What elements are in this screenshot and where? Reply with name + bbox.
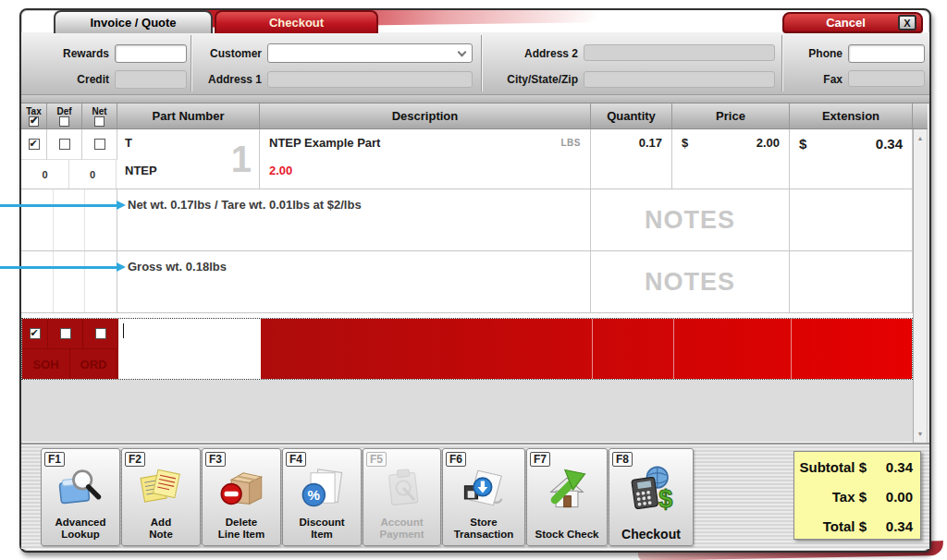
text-cursor (123, 323, 124, 338)
header-scroll-spacer (913, 103, 928, 128)
credit-input (115, 70, 187, 89)
line-net-checkbox[interactable] (94, 139, 105, 150)
fax-input (848, 70, 925, 87)
cancel-label: Cancel (784, 16, 898, 30)
note2-extension-cell (790, 251, 913, 312)
note1-flag-spacer (21, 189, 117, 250)
description-text: NTEP Example Part (269, 136, 581, 150)
stock-check-button[interactable]: F7 Stock Check (526, 448, 608, 546)
divider (481, 35, 482, 91)
discount-item-button[interactable]: F4 % DiscountItem (282, 448, 362, 546)
tax-header-checkbox[interactable] (29, 116, 39, 127)
button-label: AddNote (122, 517, 200, 541)
part-number-input[interactable] (118, 319, 261, 379)
advanced-lookup-button[interactable]: F1 AdvancedLookup (41, 448, 120, 546)
store-transaction-icon (460, 464, 508, 516)
line-item-grid: Tax Def Net Part Number Description Quan… (21, 103, 928, 442)
rewards-input[interactable] (115, 44, 187, 63)
svg-text:%: % (308, 487, 321, 503)
line-soh-value: 0 (21, 160, 69, 189)
delete-line-item-icon (217, 464, 265, 516)
notes-watermark: NOTES (645, 268, 735, 297)
button-label: DiscountItem (283, 517, 361, 541)
svg-text:$: $ (658, 485, 672, 513)
subtotal-label: Subtotal $ (794, 459, 867, 475)
add-note-button[interactable]: F2 (121, 448, 201, 546)
fax-label: Fax (794, 70, 842, 89)
note2-flag-spacer (21, 251, 117, 312)
unit-price-text: 2.00 (269, 164, 581, 177)
quantity-cell[interactable]: 0.17 (591, 129, 672, 189)
tax-label: Tax $ (794, 489, 867, 505)
tab-invoice-quote[interactable]: Invoice / Quote (54, 10, 213, 33)
delete-line-item-button[interactable]: F3 DeleteLine Item (202, 448, 281, 546)
phone-input[interactable] (848, 44, 925, 63)
subtotal-row: Subtotal $ 0.34 (794, 452, 920, 481)
store-transaction-button[interactable]: F6 StoreTransaction (442, 448, 525, 546)
note1-notes-area[interactable]: NOTES (591, 189, 790, 250)
tab-checkout[interactable]: Checkout (215, 10, 378, 33)
extension-currency: $ (799, 136, 806, 152)
address1-input (267, 71, 473, 88)
phone-label: Phone (794, 44, 842, 63)
table-row-note-1[interactable]: Net wt. 0.17lbs / Tare wt. 0.01lbs at $2… (21, 189, 928, 251)
new-line-entry-row[interactable]: SOH ORD (21, 318, 913, 380)
extension-cell: $ 0.34 (790, 129, 913, 189)
customer-label: Customer (199, 44, 262, 63)
column-header-tax[interactable]: Tax (21, 103, 47, 128)
total-row: Total $ 0.34 (794, 511, 920, 541)
unit-label: LBS (561, 138, 582, 148)
stock-check-icon (543, 464, 591, 516)
button-label: StoreTransaction (443, 517, 524, 541)
form-grid-divider (21, 95, 929, 103)
column-header-net[interactable]: Net (82, 103, 117, 128)
line-def-checkbox[interactable] (59, 139, 70, 150)
scroll-up-icon[interactable]: ▲ (914, 135, 927, 141)
subtotal-value: 0.34 (867, 459, 920, 475)
price-currency: $ (682, 136, 688, 150)
close-icon[interactable]: X (898, 15, 916, 30)
divider (781, 35, 782, 91)
price-cell[interactable]: $ 2.00 (672, 129, 790, 189)
vertical-scrollbar[interactable]: ▲ ▼ (913, 129, 928, 443)
customer-select[interactable] (267, 43, 473, 63)
customer-header-form: Rewards Credit Customer Address 1 Addres… (21, 32, 929, 95)
note2-notes-area[interactable]: NOTES (591, 251, 790, 312)
scroll-down-icon[interactable]: ▼ (914, 431, 927, 437)
account-payment-icon (378, 464, 426, 516)
entry-def-checkbox[interactable] (60, 328, 71, 339)
row-number-watermark: 1 (231, 139, 252, 180)
credit-label: Credit (31, 70, 109, 89)
checkout-icon: $ (625, 464, 677, 517)
def-header-checkbox[interactable] (59, 116, 69, 127)
column-header-def[interactable]: Def (47, 103, 82, 128)
account-payment-button: F5 AccountPayment (363, 448, 441, 546)
table-row-note-2[interactable]: Gross wt. 0.18lbs NOTES (21, 251, 928, 313)
column-header-part-number: Part Number (117, 103, 260, 128)
city-state-zip-input (584, 71, 775, 88)
tax-value: 0.00 (867, 489, 920, 505)
notes-watermark: NOTES (645, 206, 735, 235)
city-state-zip-label: City/State/Zip (484, 70, 578, 89)
description-cell[interactable]: NTEP Example Part LBS 2.00 (260, 129, 591, 189)
table-row-line-item[interactable]: 0 0 T NTEP 1 NTEP Example Part LBS 2.00 … (21, 129, 928, 189)
entry-tax-checkbox[interactable] (30, 328, 41, 339)
column-header-price: Price (672, 103, 790, 128)
address1-label: Address 1 (199, 70, 262, 89)
entry-net-checkbox[interactable] (95, 328, 106, 339)
cancel-button[interactable]: Cancel X (782, 12, 923, 33)
line-item-flags: 0 0 (21, 129, 117, 189)
net-header-checkbox[interactable] (94, 116, 105, 127)
price-value: 2.00 (756, 136, 780, 150)
checkout-button[interactable]: F8 $ Checkout (609, 448, 694, 546)
grid-empty-area (21, 380, 913, 442)
grid-header-row: Tax Def Net Part Number Description Quan… (21, 103, 928, 129)
chevron-down-icon (458, 48, 467, 57)
column-header-extension: Extension (790, 103, 913, 128)
part-number-cell[interactable]: T NTEP 1 (117, 129, 260, 189)
button-label: AdvancedLookup (42, 517, 119, 541)
button-label: DeleteLine Item (203, 517, 280, 541)
rewards-label: Rewards (31, 44, 109, 63)
line-tax-checkbox[interactable] (29, 139, 40, 150)
note1-text: Net wt. 0.17lbs / Tare wt. 0.01lbs at $2… (117, 189, 591, 250)
